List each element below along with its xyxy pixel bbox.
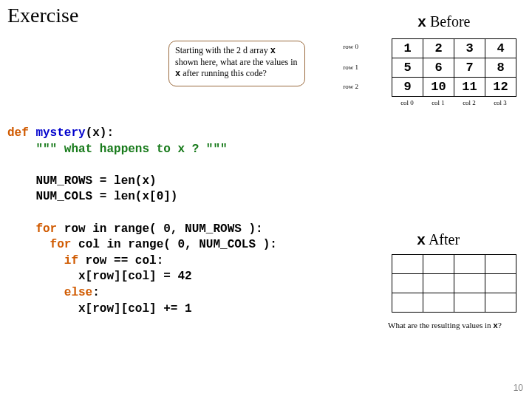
cell: 5 (392, 58, 423, 78)
after-caption-a: What are the resulting values in (388, 321, 493, 330)
cell: 12 (485, 78, 516, 97)
code-line: NUM_ROWS = len(x) (7, 174, 157, 188)
question-text-2: shown here, what are the values in (175, 57, 298, 67)
cell: 10 (423, 78, 454, 97)
question-code-x1: x (270, 46, 276, 56)
after-x: x (417, 232, 426, 249)
code-line: x[row][col] += 1 (7, 302, 192, 316)
cell (423, 274, 454, 293)
cell: 8 (485, 58, 516, 78)
question-text-3: after running this code? (180, 68, 267, 78)
cell: 1 (392, 39, 423, 58)
cell: 6 (423, 58, 454, 78)
before-label: x Before (417, 13, 470, 31)
pad (7, 254, 64, 267)
pad (7, 222, 35, 236)
cell: 9 (392, 78, 423, 97)
page-title: Exercise (7, 4, 78, 27)
question-box: Starting with the 2 d array x shown here… (168, 41, 305, 86)
cell: 2 (423, 39, 454, 58)
docstring: """ what happens to x ? """ (35, 143, 227, 156)
col-label-0: col 0 (392, 99, 423, 106)
after-caption-b: ? (498, 321, 502, 330)
code-rest: (x): (86, 126, 114, 140)
kw-if: if (64, 254, 78, 267)
kw-else: else (64, 286, 92, 299)
after-caption-x: x (493, 321, 498, 330)
cell: 3 (454, 39, 485, 58)
pad (7, 286, 64, 299)
cell (392, 293, 423, 313)
after-table-block (392, 254, 516, 313)
cell (423, 293, 454, 313)
cell (485, 293, 516, 313)
code-rest: row == col: (78, 254, 163, 267)
page-number: 10 (514, 383, 523, 393)
kw-for: for (50, 238, 72, 251)
row-label-0: row 0 (329, 43, 358, 50)
col-label-1: col 1 (423, 99, 454, 106)
table-row (392, 274, 516, 293)
code-rest: col in range( 0, NUM_COLS ): (71, 238, 276, 251)
question-text-1: Starting with the 2 d array (175, 45, 270, 55)
code-rest: row in range( 0, NUM_ROWS ): (57, 222, 262, 236)
before-grid: 1 2 3 4 5 6 7 8 9 10 11 12 (392, 38, 516, 97)
kw-for: for (35, 222, 57, 236)
after-grid (392, 254, 516, 313)
pad (7, 238, 50, 251)
cell (454, 274, 485, 293)
after-caption: What are the resulting values in x? (388, 321, 502, 330)
kw-def: def (7, 126, 35, 140)
row-label-2: row 2 (329, 83, 358, 90)
cell (392, 255, 423, 274)
cell: 4 (485, 39, 516, 58)
after-label: x After (417, 231, 460, 249)
col-label-2: col 2 (454, 99, 485, 106)
code-line: x[row][col] = 42 (7, 270, 192, 283)
pad (7, 143, 35, 156)
table-row: 5 6 7 8 (392, 58, 516, 78)
cell (454, 293, 485, 313)
code-rest: : (92, 286, 100, 299)
table-row (392, 293, 516, 313)
row-label-1: row 1 (329, 64, 358, 71)
cell (485, 255, 516, 274)
col-label-3: col 3 (485, 99, 516, 106)
cell: 7 (454, 58, 485, 78)
table-row: 9 10 11 12 (392, 78, 516, 97)
fn-name: mystery (35, 126, 85, 140)
cell (454, 255, 485, 274)
before-x: x (417, 14, 426, 31)
cell (485, 274, 516, 293)
code-block: def mystery(x): """ what happens to x ? … (7, 126, 277, 317)
table-row: 1 2 3 4 (392, 39, 516, 58)
code-line: NUM_COLS = len(x[0]) (7, 190, 177, 203)
cell: 11 (454, 78, 485, 97)
before-text: Before (426, 13, 470, 30)
table-row (392, 255, 516, 274)
before-table-block: row 0 row 1 row 2 1 2 3 4 5 6 7 8 9 10 1… (392, 38, 516, 97)
cell (392, 274, 423, 293)
cell (423, 255, 454, 274)
after-text: After (426, 231, 460, 248)
